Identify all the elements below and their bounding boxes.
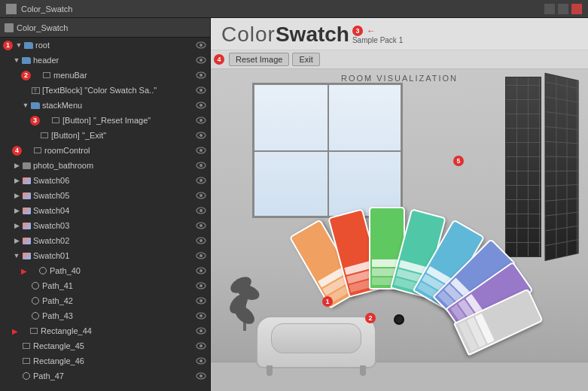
reset-image-button[interactable]: Reset Image <box>229 53 289 66</box>
tree-item-btnReset[interactable]: 3[Button] "_Reset Image" <box>0 113 210 128</box>
exit-button[interactable]: Exit <box>292 53 319 66</box>
divider-grid-2 <box>546 74 578 260</box>
tree-node-icon-path <box>38 266 48 275</box>
tree-node-icon-path <box>21 371 32 380</box>
tree-arrow <box>21 86 30 95</box>
svg-point-25 <box>200 224 203 227</box>
tree-item-stackMenu[interactable]: ▼stackMenu <box>0 98 210 113</box>
tree-node-icon-swatch <box>21 191 32 200</box>
svg-point-35 <box>200 299 203 302</box>
visibility-icon[interactable] <box>195 296 207 306</box>
tree-item-path40[interactable]: ▶Path_40 <box>0 263 210 278</box>
title-bar-text: Color_Swatch <box>21 5 72 14</box>
tree-node-label: Path_40 <box>50 266 195 275</box>
visibility-icon[interactable] <box>195 341 207 351</box>
visibility-icon[interactable] <box>195 235 207 246</box>
tree-node-label: root <box>35 41 195 50</box>
tub-leg-2 <box>360 365 366 376</box>
tree-item-swatch01[interactable]: ▼Swatch01 <box>0 248 210 263</box>
tree-item-menuBar[interactable]: 2menuBar <box>0 68 210 83</box>
tree-item-rect45[interactable]: Rectangle_45 <box>0 338 210 353</box>
tree-arrow: ▼ <box>12 56 21 65</box>
tree-node-icon-swatch <box>21 176 32 185</box>
divider-panel-2 <box>544 73 578 261</box>
svg-point-31 <box>200 269 203 272</box>
visibility-icon[interactable] <box>195 250 207 261</box>
visibility-icon[interactable] <box>195 130 207 141</box>
tree-item-swatch05[interactable]: ▶Swatch05 <box>0 188 210 203</box>
tree-arrow <box>41 116 50 125</box>
svg-point-7 <box>200 89 203 92</box>
tree-node-label: Path_42 <box>42 296 195 305</box>
visibility-icon[interactable] <box>195 70 207 80</box>
tree-item-photoBathroom[interactable]: ▶photo_bathroom <box>0 158 210 173</box>
visibility-icon[interactable] <box>195 115 207 126</box>
tree-node-icon-folder <box>30 101 41 110</box>
tree-arrow <box>21 281 30 290</box>
visibility-icon[interactable] <box>195 190 207 201</box>
tree-item-path47[interactable]: Path_47 <box>0 368 210 383</box>
svg-point-15 <box>200 149 203 152</box>
tree-item-swatch02[interactable]: ▶Swatch02 <box>0 233 210 248</box>
tree-container[interactable]: 1▼root▼header2menuBarT[TextBlock] "Color… <box>0 38 210 391</box>
badge-2: 2 <box>21 71 31 80</box>
tree-item-rect46[interactable]: Rectangle_46 <box>0 353 210 368</box>
tree-item-header[interactable]: ▼header <box>0 53 210 68</box>
visibility-icon[interactable] <box>195 205 207 216</box>
svg-point-11 <box>200 119 203 122</box>
tree-arrow: ▶ <box>12 191 21 200</box>
tree-item-swatch04[interactable]: ▶Swatch04 <box>0 203 210 218</box>
tree-item-textblock[interactable]: T[TextBlock] "Color Swatch Sa.." <box>0 83 210 98</box>
tree-node-label: Swatch05 <box>33 191 195 200</box>
tree-item-roomControl[interactable]: 4roomControl <box>0 143 210 158</box>
room-divider <box>505 77 580 257</box>
visibility-icon[interactable] <box>195 311 207 321</box>
panel-toolbar: Color_Swatch <box>0 18 210 38</box>
tree-node-icon-path <box>30 281 41 290</box>
visibility-icon[interactable] <box>195 371 207 381</box>
visibility-icon[interactable] <box>195 145 207 156</box>
tree-arrow: ▶ <box>12 161 21 170</box>
maximize-button[interactable] <box>558 4 568 14</box>
svg-point-29 <box>200 254 203 257</box>
tree-arrow <box>21 296 30 305</box>
svg-point-43 <box>200 359 203 362</box>
tree-node-label: [Button] "_Exit" <box>51 131 195 140</box>
visibility-icon[interactable] <box>195 175 207 186</box>
tree-arrow: ▼ <box>12 251 21 260</box>
badge-4: 4 <box>12 146 22 156</box>
visibility-icon[interactable] <box>195 280 207 291</box>
tree-node-icon-rect <box>21 356 32 365</box>
tree-item-swatch06[interactable]: ▶Swatch06 <box>0 173 210 188</box>
visibility-icon[interactable] <box>195 85 207 95</box>
tree-item-root[interactable]: 1▼root <box>0 38 210 53</box>
visibility-icon[interactable] <box>195 356 207 366</box>
tree-arrow <box>12 356 21 365</box>
minimize-button[interactable] <box>544 4 555 14</box>
tree-node-label: Rectangle_44 <box>41 326 195 335</box>
tree-node-icon-path <box>30 296 41 305</box>
tree-item-path41[interactable]: Path_41 <box>0 278 210 293</box>
svg-point-33 <box>200 284 203 287</box>
tree-node-icon-swatch <box>21 236 32 245</box>
tree-item-btnExit[interactable]: [Button] "_Exit" <box>0 128 210 143</box>
visibility-icon[interactable] <box>195 160 207 171</box>
tree-node-label: photo_bathroom <box>33 161 195 170</box>
tree-node-icon-rect <box>29 326 39 335</box>
tree-item-swatch03[interactable]: ▶Swatch03 <box>0 218 210 233</box>
visibility-icon[interactable] <box>195 220 207 231</box>
tree-arrow: ▶ <box>12 176 21 185</box>
tree-item-path42[interactable]: Path_42 <box>0 293 210 308</box>
visibility-icon[interactable] <box>195 100 207 111</box>
close-button[interactable] <box>571 4 582 14</box>
svg-point-37 <box>200 314 203 317</box>
visibility-icon[interactable] <box>195 326 207 336</box>
tree-arrow: ▶ <box>12 236 21 245</box>
visibility-icon[interactable] <box>195 265 207 276</box>
tree-item-path43[interactable]: Path_43 <box>0 308 210 323</box>
visibility-icon[interactable] <box>195 55 207 65</box>
tree-arrow <box>30 131 39 140</box>
tree-node-icon-rect <box>41 71 52 80</box>
visibility-icon[interactable] <box>195 40 207 50</box>
tree-item-rect44[interactable]: ▶Rectangle_44 <box>0 323 210 338</box>
